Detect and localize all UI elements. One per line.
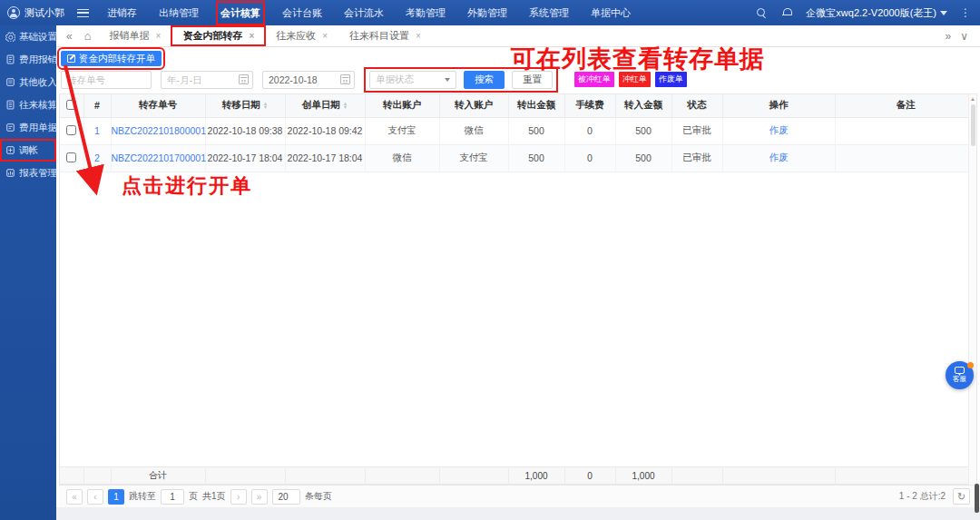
sidebar: 基础设置 费用报销 其他收入 往来核算 费用单据 调帐 报表管理 (0, 25, 56, 520)
sidebar-item-jichu-shezhi[interactable]: 基础设置 (0, 25, 56, 48)
collapse-tabs-icon[interactable]: « (62, 30, 77, 43)
annotation-text-view-list: 可在列表查看转存单据 (511, 43, 765, 75)
sort-icon[interactable]: ▲▼ (343, 102, 348, 109)
data-grid: # 转存单号 转移日期▲▼ 创单日期▲▼ 转出账户 转入账户 转出金额 手续费 … (59, 93, 977, 485)
col-create-date[interactable]: 创单日期▲▼ (285, 94, 365, 117)
void-action-link[interactable]: 作废 (769, 152, 789, 162)
notification-bell-icon[interactable] (780, 6, 793, 19)
menu-item-waiqin[interactable]: 外勤管理 (466, 4, 509, 23)
account-label: 企微宝xwq2.2-V2000版(老王) (806, 6, 936, 20)
chevron-down-icon (445, 78, 450, 82)
from-account-cell: 微信 (365, 144, 439, 172)
col-fee: 手续费 (564, 94, 615, 117)
grid-empty-area (60, 172, 976, 467)
sidebar-item-wanglai-hesuan[interactable]: 往来核算 (0, 93, 56, 116)
sidebar-item-tiaozhang[interactable]: 调帐 (0, 139, 56, 162)
menu-item-xitong[interactable]: 系统管理 (527, 4, 571, 23)
expand-tabs-icon[interactable]: » (941, 30, 956, 43)
order-no-link[interactable]: NBZC2022101800001 (112, 125, 207, 136)
void-action-link[interactable]: 作废 (769, 124, 789, 135)
main-area: « ⌂ 报销单据 × 资金内部转存 × 往来应收 × 往来科目设置 × » ∨ … (56, 25, 980, 520)
sidebar-item-label: 基础设置 (19, 31, 57, 44)
customer-service-button[interactable]: 客服 (946, 361, 974, 389)
more-options-icon[interactable]: ⋮ (960, 6, 971, 19)
out-amount-cell: 500 (508, 117, 564, 144)
menu-item-kuaiji-liushui[interactable]: 会计流水 (342, 4, 386, 23)
last-page-button[interactable]: » (251, 489, 268, 505)
prev-page-button[interactable]: ‹ (87, 489, 103, 505)
table-header-row: # 转存单号 转移日期▲▼ 创单日期▲▼ 转出账户 转入账户 转出金额 手续费 … (60, 94, 976, 117)
scroll-up-icon[interactable]: ▲ (970, 96, 975, 102)
col-in-amount: 转入金额 (615, 94, 671, 117)
col-to-account: 转入账户 (439, 94, 508, 117)
tab-wanglai-kemu-shezhi[interactable]: 往来科目设置 × (338, 26, 432, 45)
home-icon[interactable]: ⌂ (77, 29, 99, 43)
remark-cell (835, 117, 976, 144)
page-size-select[interactable]: 20 (272, 489, 300, 505)
sort-icon[interactable]: ▲▼ (263, 102, 268, 109)
close-icon[interactable]: × (416, 31, 421, 41)
search-icon[interactable] (755, 6, 768, 19)
status-select[interactable]: 单据状态 (369, 71, 456, 89)
tab-label: 往来应收 (276, 29, 316, 43)
search-button[interactable]: 搜索 (464, 71, 505, 89)
table-scrollbar[interactable]: ▲ (968, 94, 976, 485)
out-amount-cell: 500 (508, 144, 564, 172)
menu-item-jinxiaocun[interactable]: 进销存 (105, 4, 139, 23)
menu-item-kuaiji-hesuan[interactable]: 会计核算 (219, 4, 262, 23)
order-no-link[interactable]: NBZC2022101700001 (112, 152, 207, 163)
first-page-button[interactable]: « (66, 489, 83, 505)
account-dropdown[interactable]: 企微宝xwq2.2-V2000版(老王) (806, 6, 947, 20)
sidebar-item-qita-shouru[interactable]: 其他收入 (0, 71, 56, 93)
close-icon[interactable]: × (156, 31, 162, 41)
report-icon (5, 168, 15, 178)
refresh-icon[interactable]: ↻ (953, 488, 970, 505)
close-icon[interactable]: × (322, 31, 328, 41)
sidebar-item-label: 调帐 (19, 144, 38, 157)
menu-item-chuna[interactable]: 出纳管理 (157, 4, 201, 23)
gear-icon (5, 32, 15, 42)
tab-baoxiao-danju[interactable]: 报销单据 × (99, 26, 172, 45)
sidebar-item-feiyong-danju[interactable]: 费用单据 (0, 116, 56, 139)
calendar-icon[interactable] (239, 74, 249, 84)
brand[interactable]: 测试小郭 (0, 6, 74, 20)
tab-wanglai-yingshou[interactable]: 往来应收 × (265, 26, 338, 45)
col-status: 状态 (671, 94, 722, 117)
to-account-cell: 微信 (439, 117, 508, 144)
sidebar-item-feiyong-baoxiao[interactable]: 费用报销 (0, 48, 56, 71)
tab-label: 往来科目设置 (349, 29, 409, 43)
current-page-button[interactable]: 1 (108, 489, 124, 505)
calendar-icon[interactable] (340, 74, 350, 84)
top-navigation-bar: 测试小郭 进销存 出纳管理 会计核算 会计台账 会计流水 考勤管理 外勤管理 系… (0, 0, 980, 25)
page-size-value: 20 (279, 492, 289, 502)
total-pages-label: 共1页 (202, 490, 226, 503)
in-amount-cell: 500 (615, 144, 671, 172)
date-to-wrap (262, 71, 355, 89)
table-row[interactable]: 1 NBZC2022101800001 2022-10-18 09:38 202… (60, 117, 976, 144)
window-scrollbar-thumb[interactable] (975, 484, 979, 513)
next-page-button[interactable]: › (230, 489, 247, 505)
ledger-icon (5, 100, 15, 110)
menu-item-danju-zhongxin[interactable]: 单据中心 (589, 4, 632, 23)
document-icon (5, 54, 15, 64)
create-date-cell: 2022-10-17 18:04 (285, 144, 365, 172)
chevron-down-icon (940, 11, 947, 15)
jump-page-input[interactable] (161, 489, 184, 505)
menu-item-kaoqin[interactable]: 考勤管理 (404, 4, 447, 23)
jump-label: 跳转至 (129, 490, 156, 503)
scrollbar-thumb[interactable] (971, 104, 975, 146)
col-transfer-date-label: 转移日期 (222, 99, 260, 110)
close-icon[interactable]: × (249, 31, 254, 41)
tab-list-chevron-icon[interactable]: ∨ (956, 30, 973, 43)
status-cell: 已审批 (671, 144, 722, 172)
menu-item-kuaiji-taizhang[interactable]: 会计台账 (280, 4, 324, 23)
tab-zijin-neibu-zhuancun[interactable]: 资金内部转存 × (172, 26, 265, 45)
customer-service-label: 客服 (953, 375, 966, 384)
col-transfer-date[interactable]: 转移日期▲▼ (205, 94, 285, 117)
hamburger-menu-icon[interactable] (77, 9, 89, 17)
remark-cell (835, 144, 976, 172)
table-row[interactable]: 2 NBZC2022101700001 2022-10-17 18:04 202… (60, 144, 976, 172)
total-label: 合计 (111, 467, 205, 485)
sidebar-item-baobiao-guanli[interactable]: 报表管理 (0, 162, 56, 184)
date-from-wrap (161, 71, 253, 89)
